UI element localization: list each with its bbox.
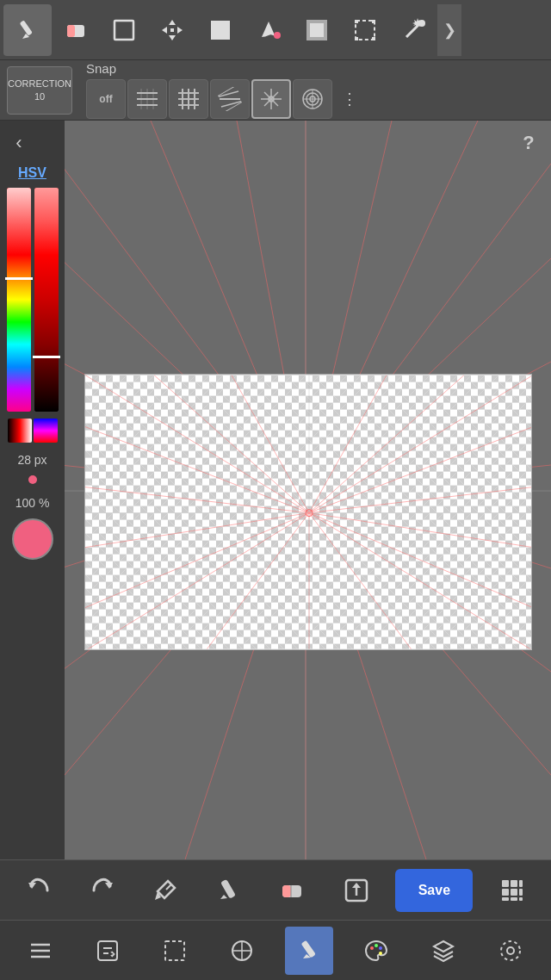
snap-more-btn[interactable]: ⋮ [334, 79, 365, 119]
svg-line-40 [271, 92, 278, 99]
palette-icon [363, 938, 389, 964]
svg-marker-6 [169, 35, 176, 40]
main-area: ‹ HSV 28 px 100 % ? [0, 121, 551, 859]
magic-wand-icon [398, 15, 429, 46]
edit-button[interactable] [84, 927, 132, 975]
back-button[interactable]: ‹ [3, 127, 34, 158]
select-box-icon [162, 938, 188, 964]
svg-rect-129 [165, 941, 184, 960]
save-label: Save [418, 883, 450, 898]
eraser-small-button[interactable] [269, 866, 317, 915]
snap-label: Snap [86, 61, 116, 76]
select-box-button[interactable] [151, 927, 199, 975]
size-dot [28, 475, 37, 484]
pencil-tool-btn[interactable] [3, 4, 52, 56]
snap-lines-btn[interactable] [127, 79, 167, 119]
svg-rect-118 [519, 889, 523, 896]
top-toolbar: ❯ [0, 0, 551, 60]
hsv-label[interactable]: HSV [18, 165, 46, 181]
svg-rect-14 [356, 21, 375, 40]
svg-point-21 [418, 20, 425, 27]
move-icon [157, 15, 188, 46]
svg-rect-0 [20, 20, 33, 35]
svg-rect-116 [502, 889, 509, 896]
selection-tool-btn[interactable] [341, 4, 389, 56]
toolbar-more-btn[interactable]: ❯ [437, 4, 461, 56]
snap-grid-btn[interactable] [169, 79, 208, 119]
canvas-checker [85, 375, 531, 649]
snap-circle-btn[interactable] [293, 79, 332, 119]
svg-rect-16 [372, 20, 375, 23]
svg-rect-15 [355, 20, 358, 23]
correction-value: 10 [34, 90, 45, 102]
color-pickers [7, 188, 59, 412]
size-label: 28 px [17, 453, 46, 467]
canvas-area[interactable]: ? [65, 121, 551, 859]
rect-select-icon [108, 15, 139, 46]
settings-icon [498, 938, 523, 964]
svg-rect-121 [519, 897, 523, 901]
svg-marker-7 [162, 27, 167, 34]
svg-marker-103 [105, 883, 113, 889]
pen-button[interactable] [205, 866, 253, 915]
svg-rect-10 [211, 21, 230, 40]
hue-slider[interactable] [34, 188, 59, 412]
eyedropper-button[interactable] [141, 866, 189, 915]
help-button[interactable]: ? [513, 127, 544, 158]
svg-marker-128 [110, 951, 115, 957]
svg-rect-13 [310, 23, 324, 37]
selection-icon [350, 15, 381, 46]
grid-menu-button[interactable] [488, 866, 536, 915]
hamburger-menu-button[interactable] [16, 927, 65, 975]
help-icon: ? [523, 132, 534, 154]
redo-button[interactable] [78, 866, 127, 915]
snap-diagonal-btn[interactable] [210, 79, 250, 119]
svg-rect-125 [98, 941, 117, 960]
svg-rect-4 [115, 21, 133, 40]
move-tool-btn[interactable] [148, 4, 196, 56]
save-button[interactable]: Save [395, 869, 473, 912]
snap-panel: CORRECTION 10 Snap off [0, 60, 551, 121]
svg-rect-3 [67, 25, 75, 37]
export-icon [342, 876, 371, 905]
grid-menu-icon [498, 876, 527, 905]
snap-radial-btn[interactable] [251, 79, 291, 119]
eraser-icon [60, 15, 91, 46]
pencil-active-button[interactable] [285, 927, 333, 975]
rect-select-tool-btn[interactable] [100, 4, 148, 56]
svg-point-137 [379, 946, 382, 950]
saturation-value-slider[interactable] [7, 188, 31, 412]
svg-line-46 [271, 99, 278, 106]
color-box-tool-btn[interactable] [293, 4, 341, 56]
pen-tool-button[interactable] [218, 927, 266, 975]
export-button[interactable] [332, 866, 381, 915]
svg-marker-8 [177, 27, 183, 34]
settings-button[interactable] [486, 927, 535, 975]
magic-wand-tool-btn[interactable] [389, 4, 437, 56]
drawing-canvas[interactable] [84, 375, 532, 650]
color-preview[interactable] [12, 518, 53, 560]
svg-marker-106 [220, 895, 227, 899]
correction-button[interactable]: CORRECTION 10 [7, 66, 72, 115]
fill-rect-tool-btn[interactable] [196, 4, 245, 56]
svg-marker-102 [28, 883, 36, 889]
left-sidebar: ‹ HSV 28 px 100 % [0, 121, 65, 859]
undo-button[interactable] [15, 866, 63, 915]
redo-icon [88, 876, 117, 905]
fill-rect-icon [205, 15, 236, 46]
svg-rect-9 [170, 28, 174, 32]
snap-off-btn[interactable]: off [86, 79, 126, 119]
svg-line-44 [264, 99, 271, 106]
svg-marker-112 [352, 883, 361, 888]
palette-button[interactable] [352, 927, 400, 975]
hue-indicator [5, 277, 33, 280]
svg-point-141 [501, 941, 520, 960]
pencil-icon [12, 15, 43, 46]
layers-button[interactable] [419, 927, 467, 975]
fill-tool-btn[interactable] [245, 4, 293, 56]
undo-icon [24, 876, 53, 905]
svg-line-42 [264, 92, 271, 99]
svg-rect-133 [301, 940, 316, 957]
edit-icon [95, 938, 121, 964]
eraser-tool-btn[interactable] [52, 4, 100, 56]
